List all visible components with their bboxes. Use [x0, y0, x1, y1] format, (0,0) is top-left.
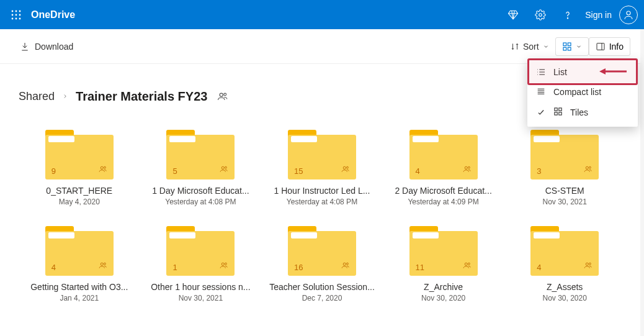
settings-button[interactable]	[527, 0, 554, 29]
info-pane-icon	[596, 42, 606, 52]
app-header: OneDrive Sign in	[0, 0, 644, 29]
svg-point-28	[589, 166, 591, 168]
brand-name[interactable]: OneDrive	[31, 9, 75, 20]
folder-date: Nov 30, 2021	[179, 294, 223, 302]
folder-item-count: 4	[51, 263, 56, 272]
shared-icon	[97, 261, 109, 272]
folder-icon: 9	[45, 130, 114, 179]
info-button[interactable]: Info	[589, 37, 630, 56]
breadcrumb-current[interactable]: Trainer Materials FY23	[76, 89, 207, 104]
app-launcher-button[interactable]	[4, 0, 29, 29]
breadcrumb-shared[interactable]: Shared	[19, 90, 55, 103]
folder-tile[interactable]: 5 1 Day Microsoft Educat... Yesterday at…	[145, 130, 256, 206]
share-folder-button[interactable]	[217, 91, 228, 102]
signin-link[interactable]: Sign in	[581, 10, 614, 20]
folder-icon: 3	[530, 130, 599, 179]
view-option-tiles-label: Tiles	[570, 107, 588, 117]
svg-point-18	[224, 93, 226, 96]
folder-tile[interactable]: 1 Other 1 hour sessions n... Nov 30, 202…	[145, 226, 256, 302]
svg-point-0	[12, 10, 14, 12]
check-icon	[536, 108, 546, 117]
folder-icon: 5	[166, 130, 235, 179]
folder-icon: 4	[45, 226, 114, 276]
svg-rect-16	[597, 43, 604, 50]
svg-point-17	[220, 93, 223, 96]
shared-icon	[462, 165, 473, 176]
chevron-down-icon	[576, 43, 582, 50]
svg-point-9	[539, 13, 542, 16]
tiles-icon	[553, 107, 563, 118]
svg-point-37	[586, 263, 588, 265]
view-option-compact[interactable]: Compact list	[527, 82, 638, 102]
svg-rect-12	[563, 43, 566, 46]
folder-tile[interactable]: 3 CS-STEM Nov 30, 2021	[509, 130, 620, 206]
sort-button[interactable]: Sort	[504, 38, 555, 55]
svg-point-34	[346, 263, 348, 265]
premium-button[interactable]	[499, 0, 527, 29]
folder-tile[interactable]: 4 Z_Assets Nov 30, 2020	[509, 226, 620, 302]
folder-date: Nov 30, 2021	[542, 198, 586, 206]
help-button[interactable]	[554, 0, 581, 29]
folder-item-count: 4	[537, 263, 541, 272]
list-icon	[536, 67, 546, 77]
folder-tile[interactable]: 9 0_START_HERE May 4, 2020	[24, 130, 135, 206]
folder-icon: 16	[288, 226, 356, 276]
folder-tile[interactable]: 4 Getting Started with O3... Jan 4, 2021	[24, 226, 135, 302]
download-button[interactable]: Download	[17, 38, 76, 55]
svg-point-33	[343, 263, 346, 265]
view-option-list[interactable]: List	[527, 62, 638, 82]
folder-name: 1 Hour Instructor Led L...	[274, 186, 370, 196]
folder-tile[interactable]: 15 1 Hour Instructor Led L... Yesterday …	[266, 130, 378, 206]
account-avatar[interactable]	[619, 6, 638, 24]
folder-item-count: 9	[51, 166, 56, 176]
svg-point-3	[12, 14, 14, 16]
view-option-compact-label: Compact list	[553, 87, 601, 97]
info-label: Info	[609, 42, 624, 52]
shared-icon	[340, 261, 351, 272]
svg-point-38	[589, 263, 591, 265]
svg-point-8	[19, 17, 21, 19]
svg-point-31	[222, 263, 225, 265]
folder-date: May 4, 2020	[59, 198, 100, 206]
svg-point-20	[104, 166, 105, 168]
folder-date: Yesterday at 4:08 PM	[287, 198, 357, 206]
folder-item-count: 15	[294, 166, 303, 176]
folder-icon: 15	[288, 130, 356, 179]
folder-name: Other 1 hour sessions n...	[151, 282, 250, 292]
diamond-icon	[508, 9, 519, 20]
folder-tile[interactable]: 16 Teacher Solution Session... Dec 7, 20…	[266, 226, 378, 302]
svg-rect-42	[559, 108, 561, 111]
view-option-list-label: List	[553, 67, 567, 77]
folder-item-count: 16	[294, 263, 303, 272]
person-icon	[623, 9, 634, 20]
folder-tile[interactable]: 4 2 Day Microsoft Educat... Yesterday at…	[388, 130, 499, 206]
folder-tile[interactable]: 11 Z_Archive Nov 30, 2020	[388, 226, 499, 302]
shared-icon	[97, 165, 109, 176]
download-icon	[20, 42, 30, 52]
shared-icon	[340, 165, 351, 176]
svg-point-32	[225, 263, 227, 265]
view-switcher-button[interactable]	[555, 37, 589, 56]
folder-name: Z_Archive	[424, 282, 463, 292]
svg-rect-14	[563, 47, 566, 50]
folder-date: Yesterday at 4:09 PM	[408, 198, 478, 206]
folder-name: Teacher Solution Session...	[269, 282, 375, 292]
folder-grid: 9 0_START_HERE May 4, 2020 5 1 Day Micro…	[0, 110, 644, 302]
scrollbar-track[interactable]	[640, 29, 644, 336]
folder-date: Nov 30, 2020	[421, 294, 465, 302]
folder-icon: 4	[409, 130, 478, 179]
folder-item-count: 1	[172, 263, 177, 272]
svg-point-23	[343, 166, 346, 169]
shared-icon	[583, 165, 594, 176]
view-option-tiles[interactable]: Tiles	[527, 102, 638, 123]
svg-point-10	[568, 17, 568, 18]
svg-point-21	[222, 166, 225, 169]
gear-icon	[535, 9, 546, 20]
folder-item-count: 5	[172, 166, 177, 176]
view-menu: List Compact list Tiles	[527, 58, 638, 127]
svg-point-29	[101, 263, 103, 265]
compact-list-icon	[536, 87, 546, 97]
folder-date: Yesterday at 4:08 PM	[165, 198, 236, 206]
svg-point-5	[19, 14, 21, 16]
svg-point-30	[104, 263, 105, 265]
